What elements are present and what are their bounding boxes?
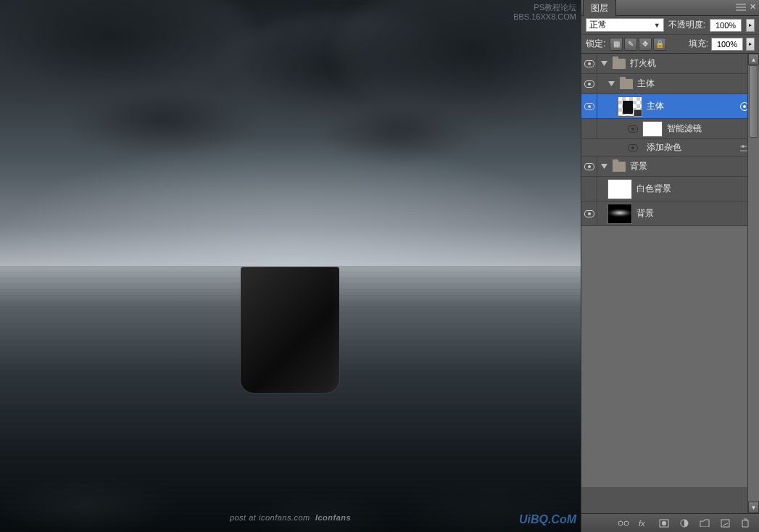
disclosure-triangle-icon[interactable]: [600, 59, 608, 67]
folder-icon: [620, 79, 633, 89]
layer-mask-icon[interactable]: [658, 518, 671, 529]
filter-mask-thumbnail[interactable]: [642, 121, 663, 137]
cloud: [0, 0, 254, 101]
svg-marker-4: [608, 81, 615, 86]
opacity-input[interactable]: 100%: [710, 19, 742, 32]
layer-thumbnail[interactable]: [607, 204, 632, 224]
new-layer-icon[interactable]: [718, 518, 731, 529]
panel-footer: fx: [581, 513, 759, 532]
eye-icon: [584, 210, 594, 217]
lock-label: 锁定:: [586, 38, 605, 50]
layer-row-bg[interactable]: 背景: [581, 201, 759, 226]
watermark-brand: UiBQ.CoM: [519, 513, 576, 526]
eye-icon[interactable]: [628, 125, 638, 133]
credit-text: post at iconfans.com Iconfans: [230, 513, 351, 522]
folder-icon: [613, 59, 626, 69]
layer-row-white-bg[interactable]: 白色背景: [581, 177, 759, 201]
layer-row-body-selected[interactable]: 主体: [581, 94, 759, 119]
lock-position-icon[interactable]: ✥: [639, 38, 652, 51]
app-root: post at iconfans.com Iconfans PS教程论坛 BBS…: [0, 0, 759, 532]
visibility-toggle[interactable]: [581, 201, 597, 225]
layer-name: 打火机: [630, 57, 656, 70]
new-group-icon[interactable]: [698, 518, 711, 529]
svg-point-7: [742, 145, 745, 148]
smart-object-badge-icon: [634, 109, 642, 117]
scroll-track[interactable]: [748, 65, 759, 502]
layer-content: 白色背景: [597, 177, 759, 201]
panel-tab-bar: 图层 ✕: [581, 0, 759, 16]
watermark-line1: PS教程论坛: [513, 3, 576, 12]
lock-icons-group: ▦ ✎ ✥ 🔒: [610, 38, 666, 51]
layer-name: 主体: [637, 78, 655, 90]
visibility-toggle[interactable]: [581, 94, 597, 118]
scroll-down-button[interactable]: ▼: [748, 502, 759, 513]
disclosure-triangle-icon[interactable]: [607, 80, 615, 88]
chevron-down-icon: ▼: [654, 22, 660, 29]
fill-input[interactable]: 100%: [711, 38, 743, 51]
link-layers-icon[interactable]: [617, 518, 630, 529]
tab-layers[interactable]: 图层: [583, 0, 616, 17]
layer-content: 打火机: [597, 54, 759, 73]
blend-mode-select[interactable]: 正常 ▼: [586, 18, 664, 32]
delete-layer-icon[interactable]: [739, 518, 752, 529]
layers-panel: 图层 ✕ 正常 ▼ 不透明度: 100% ▸ 锁定: ▦ ✎ ✥ 🔒: [581, 0, 759, 532]
visibility-toggle[interactable]: [581, 74, 597, 93]
credit-site: iconfans.com: [259, 513, 310, 522]
lock-transparency-icon[interactable]: ▦: [610, 38, 623, 51]
eye-icon[interactable]: [628, 144, 638, 151]
layers-list: 打火机 主体: [581, 54, 759, 513]
svg-marker-9: [601, 164, 607, 169]
fill-stepper[interactable]: ▸: [746, 38, 755, 51]
adjustment-layer-icon[interactable]: [678, 518, 691, 529]
layer-name: 主体: [647, 100, 664, 112]
sky-bg: [0, 0, 581, 266]
smart-filters-row[interactable]: 智能滤镜: [581, 119, 759, 139]
scrollbar: ▲ ▼: [747, 54, 759, 513]
eye-icon: [584, 163, 594, 170]
eye-icon: [584, 80, 594, 88]
svg-rect-10: [618, 521, 623, 525]
credit-prefix: post at: [230, 513, 259, 522]
lock-pixels-icon[interactable]: ✎: [624, 38, 637, 51]
layer-thumbnail[interactable]: [618, 96, 642, 117]
layer-content: 背景: [597, 201, 759, 225]
filter-name: 添加杂色: [647, 141, 681, 154]
svg-rect-11: [624, 521, 629, 525]
layer-row-group-bg[interactable]: 背景: [581, 157, 759, 177]
blend-mode-value: 正常: [589, 19, 607, 31]
canvas-area: post at iconfans.com Iconfans PS教程论坛 BBS…: [0, 0, 581, 532]
lock-all-icon[interactable]: 🔒: [653, 38, 666, 51]
panel-menu-icon[interactable]: [736, 4, 746, 11]
eye-icon: [584, 60, 594, 67]
folder-icon: [613, 162, 626, 172]
layer-row-group-lighter[interactable]: 打火机: [581, 54, 759, 74]
watermark-line2: BBS.16XX8.COM: [513, 12, 576, 22]
visibility-toggle[interactable]: [581, 157, 597, 176]
rocks: [0, 402, 581, 532]
visibility-toggle[interactable]: [581, 54, 597, 73]
opacity-stepper[interactable]: ▸: [746, 19, 755, 32]
svg-rect-16: [721, 520, 729, 527]
scroll-up-button[interactable]: ▲: [748, 54, 759, 65]
smart-filters-label: 智能滤镜: [667, 122, 702, 135]
filter-item-noise[interactable]: 添加杂色: [581, 139, 759, 157]
svg-point-14: [662, 521, 666, 525]
layers-inner: 打火机 主体: [581, 54, 759, 487]
fill-label: 填充:: [689, 38, 708, 50]
visibility-toggle[interactable]: [581, 177, 597, 201]
watermark-top: PS教程论坛 BBS.16XX8.COM: [513, 3, 576, 22]
layer-thumbnail[interactable]: [607, 179, 632, 199]
layers-empty-space: [581, 226, 759, 487]
eye-icon: [584, 103, 594, 110]
credit-brand: Iconfans: [315, 513, 351, 522]
disclosure-triangle-icon[interactable]: [600, 162, 608, 170]
layer-row-group-body[interactable]: 主体: [581, 74, 759, 94]
layer-content: 主体: [597, 94, 759, 118]
panel-close-icon[interactable]: ✕: [750, 2, 756, 12]
lock-fill-row: 锁定: ▦ ✎ ✥ 🔒 填充: 100% ▸: [581, 35, 759, 54]
layer-style-icon[interactable]: fx: [637, 518, 650, 529]
blend-opacity-row: 正常 ▼ 不透明度: 100% ▸: [581, 16, 759, 35]
scroll-thumb[interactable]: [749, 65, 758, 138]
opacity-label: 不透明度:: [668, 19, 705, 31]
layer-name: 白色背景: [636, 183, 671, 195]
